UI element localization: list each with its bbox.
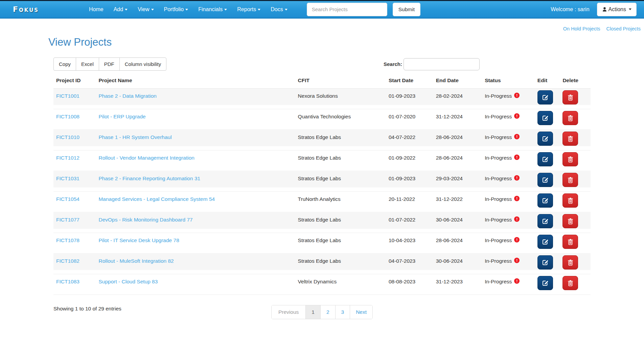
brand-logo[interactable]: Fokus xyxy=(13,5,64,14)
pagination-previous[interactable]: Previous xyxy=(272,305,305,319)
delete-button[interactable] xyxy=(562,235,578,249)
table-toolbar: Copy Excel PDF Column visibility Search: xyxy=(53,57,591,71)
header-start-date[interactable]: Start Date xyxy=(386,73,433,89)
table-row: FICT1077 DevOps - Risk Monitoring Dashbo… xyxy=(53,212,591,233)
project-id-link[interactable]: FICT1054 xyxy=(56,196,79,202)
pagination-next[interactable]: Next xyxy=(350,305,372,319)
chevron-down-icon xyxy=(224,9,227,10)
status-cell: In-Progress xyxy=(482,171,535,192)
cfit-cell: Quantiva Technologies xyxy=(295,109,386,130)
project-id-link[interactable]: FICT1082 xyxy=(56,258,79,264)
delete-button[interactable] xyxy=(562,276,578,290)
nav-reports[interactable]: Reports xyxy=(232,1,266,18)
end-date-cell: 31-12-2024 xyxy=(433,109,482,130)
header-project-id[interactable]: Project ID xyxy=(53,73,96,89)
copy-button[interactable]: Copy xyxy=(53,57,76,71)
nav-home[interactable]: Home xyxy=(84,1,109,18)
project-id-link[interactable]: FICT1010 xyxy=(56,134,79,140)
chevron-down-icon xyxy=(151,9,154,10)
alert-icon xyxy=(514,155,520,160)
project-name-link[interactable]: Support - Cloud Setup 83 xyxy=(98,279,158,284)
delete-button[interactable] xyxy=(562,214,578,228)
trash-icon xyxy=(568,115,573,121)
table-row: FICT1082 Rollout - MuleSoft Integration … xyxy=(53,254,591,274)
edit-button[interactable] xyxy=(537,276,553,290)
delete-button[interactable] xyxy=(562,152,578,166)
project-id-link[interactable]: FICT1083 xyxy=(56,279,79,284)
header-project-name[interactable]: Project Name xyxy=(96,73,295,89)
status-cell: In-Progress xyxy=(482,192,535,212)
edit-button[interactable] xyxy=(537,132,553,146)
delete-button[interactable] xyxy=(562,255,578,270)
end-date-cell: 31-12-2022 xyxy=(433,192,482,212)
delete-button[interactable] xyxy=(562,173,578,187)
edit-button[interactable] xyxy=(537,255,553,270)
project-name-link[interactable]: Pilot - ERP Upgrade xyxy=(98,114,145,119)
end-date-cell: 28-06-2024 xyxy=(433,150,482,171)
project-name-link[interactable]: Pilot - IT Service Desk Upgrade 78 xyxy=(98,237,179,243)
edit-button[interactable] xyxy=(537,193,553,208)
column-visibility-button[interactable]: Column visibility xyxy=(119,57,167,71)
start-date-cell: 04-07-2022 xyxy=(386,130,433,150)
project-name-link[interactable]: Rollout - Vendor Management Integration xyxy=(98,155,194,161)
table-footer: Showing 1 to 10 of 29 entries Previous 1… xyxy=(53,305,591,329)
cfit-cell: Stratos Edge Labs xyxy=(295,130,386,150)
project-name-link[interactable]: DevOps - Risk Monitoring Dashboard 77 xyxy=(98,217,192,223)
status-text: In-Progress xyxy=(485,196,512,202)
pagination-page-1[interactable]: 1 xyxy=(305,305,320,319)
project-name-link[interactable]: Phase 2 - Finance Reporting Automation 3… xyxy=(98,176,200,181)
edit-button[interactable] xyxy=(537,235,553,249)
status-cell: In-Progress xyxy=(482,212,535,233)
project-id-link[interactable]: FICT1008 xyxy=(56,114,79,119)
nav-portfolio[interactable]: Portfolio xyxy=(159,1,193,18)
edit-icon xyxy=(542,238,549,245)
header-end-date[interactable]: End Date xyxy=(433,73,482,89)
edit-icon xyxy=(542,218,549,225)
delete-button[interactable] xyxy=(562,111,578,125)
actions-button[interactable]: Actions xyxy=(597,3,637,16)
chevron-down-icon xyxy=(258,9,260,10)
delete-button[interactable] xyxy=(562,193,578,208)
nav-financials[interactable]: Financials xyxy=(193,1,232,18)
delete-button[interactable] xyxy=(562,90,578,104)
edit-button[interactable] xyxy=(537,173,553,187)
projects-table: Project ID Project Name CFIT Start Date … xyxy=(53,73,591,295)
nav-add[interactable]: Add xyxy=(109,1,133,18)
trash-icon xyxy=(568,156,573,163)
project-name-link[interactable]: Managed Services - Legal Compliance Syst… xyxy=(98,196,215,202)
navbar-search-input[interactable] xyxy=(307,3,387,16)
project-name-link[interactable]: Rollout - MuleSoft Integration 82 xyxy=(98,258,174,264)
header-cfit[interactable]: CFIT xyxy=(295,73,386,89)
header-status[interactable]: Status xyxy=(482,73,535,89)
project-name-link[interactable]: Phase 2 - Data Migration xyxy=(98,93,156,99)
cfit-cell: Nexora Solutions xyxy=(295,89,386,109)
cfit-cell: Stratos Edge Labs xyxy=(295,171,386,192)
start-date-cell: 10-04-2023 xyxy=(386,233,433,254)
pdf-button[interactable]: PDF xyxy=(99,57,120,71)
closed-projects-link[interactable]: Closed Projects xyxy=(606,26,641,31)
project-name-link[interactable]: Phase 1 - HR System Overhaul xyxy=(98,134,171,140)
project-id-link[interactable]: FICT1001 xyxy=(56,93,79,99)
project-id-link[interactable]: FICT1077 xyxy=(56,217,79,223)
table-search-label: Search: xyxy=(384,61,402,67)
edit-button[interactable] xyxy=(537,90,553,104)
pagination-page-2[interactable]: 2 xyxy=(320,305,335,319)
edit-button[interactable] xyxy=(537,214,553,228)
status-text: In-Progress xyxy=(485,279,512,284)
delete-button[interactable] xyxy=(562,132,578,146)
project-id-link[interactable]: FICT1078 xyxy=(56,237,79,243)
project-id-link[interactable]: FICT1031 xyxy=(56,176,79,181)
nav-view[interactable]: View xyxy=(133,1,159,18)
navbar-search-form: Submit xyxy=(307,3,420,16)
project-id-link[interactable]: FICT1012 xyxy=(56,155,79,161)
status-cell: In-Progress xyxy=(482,109,535,130)
on-hold-projects-link[interactable]: On Hold Projects xyxy=(563,26,600,31)
pagination-page-3[interactable]: 3 xyxy=(335,305,350,319)
status-cell: In-Progress xyxy=(482,274,535,295)
submit-button[interactable]: Submit xyxy=(393,3,420,16)
edit-button[interactable] xyxy=(537,111,553,125)
nav-docs[interactable]: Docs xyxy=(266,1,292,18)
table-search-input[interactable] xyxy=(404,58,480,70)
excel-button[interactable]: Excel xyxy=(76,57,99,71)
edit-button[interactable] xyxy=(537,152,553,166)
